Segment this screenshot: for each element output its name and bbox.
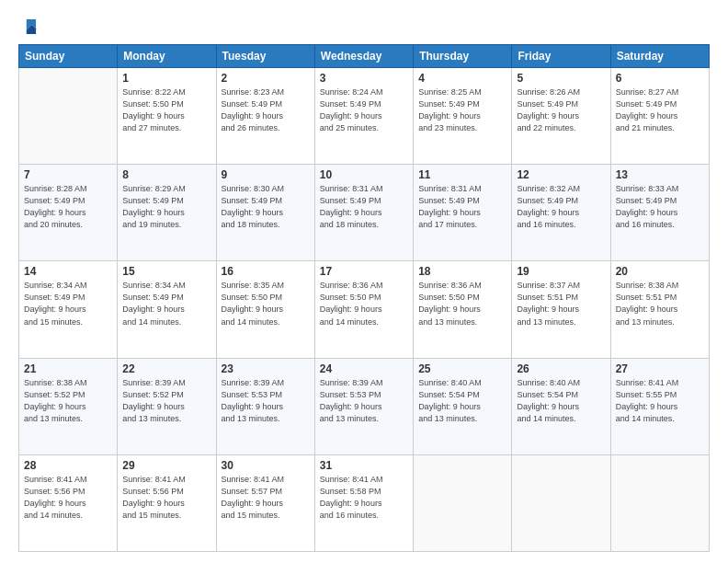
calendar-cell: 19Sunrise: 8:37 AM Sunset: 5:51 PM Dayli… <box>512 261 610 358</box>
weekday-header-sunday: Sunday <box>19 45 118 68</box>
calendar-cell: 5Sunrise: 8:26 AM Sunset: 5:49 PM Daylig… <box>512 68 610 165</box>
day-info: Sunrise: 8:28 AM Sunset: 5:49 PM Dayligh… <box>24 183 112 231</box>
calendar-cell: 26Sunrise: 8:40 AM Sunset: 5:54 PM Dayli… <box>512 358 610 454</box>
day-info: Sunrise: 8:41 AM Sunset: 5:58 PM Dayligh… <box>320 474 408 522</box>
day-number: 8 <box>122 168 210 181</box>
day-info: Sunrise: 8:37 AM Sunset: 5:51 PM Dayligh… <box>517 280 605 327</box>
day-number: 7 <box>24 168 112 181</box>
day-info: Sunrise: 8:38 AM Sunset: 5:52 PM Dayligh… <box>24 377 112 425</box>
day-info: Sunrise: 8:22 AM Sunset: 5:50 PM Dayligh… <box>122 86 210 134</box>
day-number: 13 <box>616 168 704 181</box>
week-row-1: 7Sunrise: 8:28 AM Sunset: 5:49 PM Daylig… <box>19 165 710 261</box>
calendar-cell: 20Sunrise: 8:38 AM Sunset: 5:51 PM Dayli… <box>610 261 709 358</box>
weekday-header-monday: Monday <box>118 45 216 68</box>
calendar-cell <box>512 454 610 551</box>
header <box>18 17 710 37</box>
day-info: Sunrise: 8:38 AM Sunset: 5:51 PM Dayligh… <box>616 280 704 327</box>
day-info: Sunrise: 8:30 AM Sunset: 5:49 PM Dayligh… <box>222 183 310 231</box>
day-number: 16 <box>222 265 310 278</box>
day-number: 30 <box>222 459 310 472</box>
day-number: 5 <box>517 72 605 85</box>
calendar-cell: 28Sunrise: 8:41 AM Sunset: 5:56 PM Dayli… <box>19 454 118 551</box>
calendar-cell: 11Sunrise: 8:31 AM Sunset: 5:49 PM Dayli… <box>414 165 512 261</box>
calendar-cell: 17Sunrise: 8:36 AM Sunset: 5:50 PM Dayli… <box>314 261 413 358</box>
calendar-cell: 23Sunrise: 8:39 AM Sunset: 5:53 PM Dayli… <box>216 358 314 454</box>
calendar-cell <box>19 68 118 165</box>
calendar-cell: 13Sunrise: 8:33 AM Sunset: 5:49 PM Dayli… <box>610 165 709 261</box>
day-number: 23 <box>222 362 310 375</box>
calendar-cell: 10Sunrise: 8:31 AM Sunset: 5:49 PM Dayli… <box>314 165 413 261</box>
calendar-cell: 7Sunrise: 8:28 AM Sunset: 5:49 PM Daylig… <box>19 165 118 261</box>
day-number: 3 <box>320 72 408 85</box>
day-number: 1 <box>122 72 210 85</box>
calendar-cell <box>414 454 512 551</box>
week-row-4: 28Sunrise: 8:41 AM Sunset: 5:56 PM Dayli… <box>19 454 710 551</box>
calendar-cell: 24Sunrise: 8:39 AM Sunset: 5:53 PM Dayli… <box>314 358 413 454</box>
day-number: 17 <box>320 265 408 278</box>
weekday-header-saturday: Saturday <box>610 45 709 68</box>
week-row-3: 21Sunrise: 8:38 AM Sunset: 5:52 PM Dayli… <box>19 358 710 454</box>
day-info: Sunrise: 8:41 AM Sunset: 5:55 PM Dayligh… <box>616 377 704 425</box>
day-info: Sunrise: 8:39 AM Sunset: 5:52 PM Dayligh… <box>122 377 210 425</box>
day-info: Sunrise: 8:40 AM Sunset: 5:54 PM Dayligh… <box>517 377 605 425</box>
day-number: 22 <box>122 362 210 375</box>
day-info: Sunrise: 8:31 AM Sunset: 5:49 PM Dayligh… <box>320 183 408 231</box>
day-info: Sunrise: 8:39 AM Sunset: 5:53 PM Dayligh… <box>222 377 310 425</box>
day-number: 12 <box>517 168 605 181</box>
calendar-cell: 29Sunrise: 8:41 AM Sunset: 5:56 PM Dayli… <box>118 454 216 551</box>
day-info: Sunrise: 8:34 AM Sunset: 5:49 PM Dayligh… <box>122 280 210 327</box>
day-number: 26 <box>517 362 605 375</box>
week-row-2: 14Sunrise: 8:34 AM Sunset: 5:49 PM Dayli… <box>19 261 710 358</box>
calendar-cell: 30Sunrise: 8:41 AM Sunset: 5:57 PM Dayli… <box>216 454 314 551</box>
day-info: Sunrise: 8:29 AM Sunset: 5:49 PM Dayligh… <box>122 183 210 231</box>
day-number: 2 <box>222 72 310 85</box>
day-number: 15 <box>122 265 210 278</box>
week-row-0: 1Sunrise: 8:22 AM Sunset: 5:50 PM Daylig… <box>19 68 710 165</box>
calendar-cell: 9Sunrise: 8:30 AM Sunset: 5:49 PM Daylig… <box>216 165 314 261</box>
calendar-cell: 2Sunrise: 8:23 AM Sunset: 5:49 PM Daylig… <box>216 68 314 165</box>
weekday-header-wednesday: Wednesday <box>314 45 413 68</box>
weekday-header-friday: Friday <box>512 45 610 68</box>
calendar-cell: 14Sunrise: 8:34 AM Sunset: 5:49 PM Dayli… <box>19 261 118 358</box>
day-info: Sunrise: 8:24 AM Sunset: 5:49 PM Dayligh… <box>320 86 408 134</box>
calendar-cell: 31Sunrise: 8:41 AM Sunset: 5:58 PM Dayli… <box>314 454 413 551</box>
day-number: 31 <box>320 459 408 472</box>
logo <box>18 17 42 37</box>
day-number: 6 <box>616 72 704 85</box>
calendar-cell: 18Sunrise: 8:36 AM Sunset: 5:50 PM Dayli… <box>414 261 512 358</box>
day-info: Sunrise: 8:27 AM Sunset: 5:49 PM Dayligh… <box>616 86 704 134</box>
day-number: 11 <box>418 168 506 181</box>
day-number: 10 <box>320 168 408 181</box>
day-info: Sunrise: 8:23 AM Sunset: 5:49 PM Dayligh… <box>222 86 310 134</box>
calendar-cell: 16Sunrise: 8:35 AM Sunset: 5:50 PM Dayli… <box>216 261 314 358</box>
day-number: 18 <box>418 265 506 278</box>
day-number: 21 <box>24 362 112 375</box>
day-info: Sunrise: 8:32 AM Sunset: 5:49 PM Dayligh… <box>517 183 605 231</box>
day-info: Sunrise: 8:39 AM Sunset: 5:53 PM Dayligh… <box>320 377 408 425</box>
calendar-cell: 4Sunrise: 8:25 AM Sunset: 5:49 PM Daylig… <box>414 68 512 165</box>
calendar-cell: 3Sunrise: 8:24 AM Sunset: 5:49 PM Daylig… <box>314 68 413 165</box>
calendar-table: SundayMondayTuesdayWednesdayThursdayFrid… <box>18 44 710 552</box>
calendar-cell: 21Sunrise: 8:38 AM Sunset: 5:52 PM Dayli… <box>19 358 118 454</box>
page: SundayMondayTuesdayWednesdayThursdayFrid… <box>0 0 728 563</box>
day-number: 24 <box>320 362 408 375</box>
day-info: Sunrise: 8:41 AM Sunset: 5:56 PM Dayligh… <box>24 474 112 522</box>
calendar-cell: 12Sunrise: 8:32 AM Sunset: 5:49 PM Dayli… <box>512 165 610 261</box>
weekday-header-row: SundayMondayTuesdayWednesdayThursdayFrid… <box>19 45 710 68</box>
day-info: Sunrise: 8:25 AM Sunset: 5:49 PM Dayligh… <box>418 86 506 134</box>
day-number: 4 <box>418 72 506 85</box>
day-info: Sunrise: 8:36 AM Sunset: 5:50 PM Dayligh… <box>320 280 408 327</box>
calendar-cell: 1Sunrise: 8:22 AM Sunset: 5:50 PM Daylig… <box>118 68 216 165</box>
day-info: Sunrise: 8:41 AM Sunset: 5:57 PM Dayligh… <box>222 474 310 522</box>
calendar-cell: 6Sunrise: 8:27 AM Sunset: 5:49 PM Daylig… <box>610 68 709 165</box>
calendar-cell <box>610 454 709 551</box>
day-number: 20 <box>616 265 704 278</box>
day-info: Sunrise: 8:36 AM Sunset: 5:50 PM Dayligh… <box>418 280 506 327</box>
day-info: Sunrise: 8:31 AM Sunset: 5:49 PM Dayligh… <box>418 183 506 231</box>
calendar-cell: 22Sunrise: 8:39 AM Sunset: 5:52 PM Dayli… <box>118 358 216 454</box>
day-info: Sunrise: 8:26 AM Sunset: 5:49 PM Dayligh… <box>517 86 605 134</box>
day-info: Sunrise: 8:41 AM Sunset: 5:56 PM Dayligh… <box>122 474 210 522</box>
day-number: 27 <box>616 362 704 375</box>
day-number: 28 <box>24 459 112 472</box>
day-info: Sunrise: 8:34 AM Sunset: 5:49 PM Dayligh… <box>24 280 112 327</box>
